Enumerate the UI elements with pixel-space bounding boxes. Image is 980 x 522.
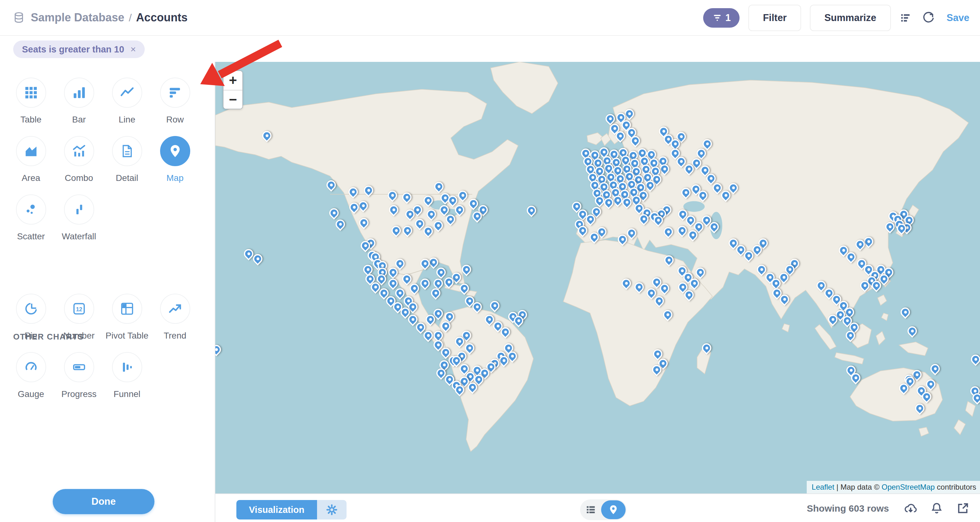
chart-type-label: Table — [21, 115, 41, 125]
table-chart-icon — [16, 78, 46, 108]
main-chart-grid: TableBarLineRowAreaComboDetailMapScatter… — [7, 78, 208, 253]
footer-bar: Visualization — [215, 493, 980, 522]
gear-icon — [326, 504, 338, 516]
chart-type-combo[interactable]: Combo — [55, 136, 103, 183]
map-zoom-control: + − — [223, 70, 243, 109]
funnel-chart-icon — [112, 352, 142, 382]
area-chart-icon — [16, 136, 46, 166]
filter-chip[interactable]: Seats is greater than 10 × — [13, 40, 145, 58]
combo-chart-icon — [64, 136, 94, 166]
breadcrumb: Sample Database / Accounts — [13, 11, 188, 24]
pivot-table-icon — [112, 294, 142, 324]
breadcrumb-database[interactable]: Sample Database — [31, 11, 124, 24]
chart-type-trend[interactable]: Trend — [151, 294, 199, 341]
done-button[interactable]: Done — [53, 489, 154, 514]
leaflet-map[interactable]: + − Leaflet | Map data © OpenStreetMap c… — [215, 62, 980, 493]
breadcrumb-separator: / — [129, 12, 132, 24]
chart-type-label: Number — [64, 331, 95, 341]
chart-type-label: Row — [166, 115, 184, 125]
line-chart-icon — [112, 78, 142, 108]
summarize-button[interactable]: Summarize — [810, 5, 891, 31]
progress-chart-icon — [64, 352, 94, 382]
attribution-suffix: contributors — [935, 483, 976, 492]
waterfall-chart-icon — [64, 195, 94, 225]
chart-type-label: Trend — [164, 331, 186, 341]
number-chart-icon: 12 — [64, 294, 94, 324]
chart-type-line[interactable]: Line — [103, 78, 151, 125]
header-bar: Sample Database / Accounts 1 Filter Summ… — [0, 0, 980, 36]
table-view-button[interactable] — [580, 504, 601, 516]
visualization-button[interactable]: Visualization — [236, 500, 317, 519]
pie-chart-icon — [16, 294, 46, 324]
world-map-landmasses — [215, 62, 980, 493]
openstreetmap-link[interactable]: OpenStreetMap — [882, 483, 935, 492]
chart-type-funnel[interactable]: Funnel — [103, 352, 151, 399]
filter-funnel-icon — [712, 13, 722, 23]
save-button[interactable]: Save — [947, 12, 969, 24]
chart-type-label: Area — [22, 173, 40, 183]
header-actions: 1 Filter Summarize Save — [703, 0, 969, 36]
chart-type-label: Detail — [116, 173, 138, 183]
chart-type-scatter[interactable]: Scatter — [7, 195, 55, 241]
refresh-icon[interactable] — [922, 11, 936, 25]
map-pin-toggle-icon — [608, 504, 619, 515]
close-icon[interactable]: × — [130, 45, 136, 54]
external-link-icon[interactable] — [956, 501, 970, 516]
leaflet-link[interactable]: Leaflet — [812, 483, 834, 492]
filter-button[interactable]: Filter — [748, 5, 801, 31]
chart-type-label: Gauge — [18, 389, 44, 399]
chart-type-label: Progress — [61, 389, 96, 399]
svg-text:12: 12 — [76, 306, 82, 313]
chart-type-number[interactable]: 12Number — [55, 294, 103, 341]
chart-type-progress[interactable]: Progress — [55, 352, 103, 399]
footer-right: Showing 603 rows — [807, 494, 970, 522]
breadcrumb-table[interactable]: Accounts — [136, 11, 188, 24]
chart-type-pivot-table[interactable]: Pivot Table — [103, 294, 151, 341]
detail-chart-icon — [112, 136, 142, 166]
filter-count-badge[interactable]: 1 — [703, 8, 740, 28]
row-count: Showing 603 rows — [807, 503, 889, 514]
visualization-settings-button[interactable] — [317, 500, 347, 519]
scatter-chart-icon — [16, 195, 46, 225]
chart-type-map[interactable]: Map — [151, 136, 199, 183]
table-map-toggle — [580, 500, 627, 520]
chart-type-label: Line — [119, 115, 135, 125]
chart-type-bar[interactable]: Bar — [55, 78, 103, 125]
attribution-text: | Map data © — [834, 483, 882, 492]
chart-type-label: Map — [166, 173, 183, 183]
chart-type-area[interactable]: Area — [7, 136, 55, 183]
table-toggle-icon — [585, 504, 597, 516]
chart-type-label: Funnel — [114, 389, 141, 399]
bar-chart-icon — [64, 78, 94, 108]
chart-type-label: Pivot Table — [105, 331, 148, 341]
cloud-download-icon[interactable] — [904, 501, 918, 516]
chart-type-label: Waterfall — [62, 231, 96, 241]
other-chart-grid: Pie12NumberPivot TableTrendGaugeProgress… — [7, 294, 208, 410]
zoom-in-button[interactable]: + — [223, 71, 242, 90]
chart-type-row[interactable]: Row — [151, 78, 199, 125]
chart-type-table[interactable]: Table — [7, 78, 55, 125]
chart-type-detail[interactable]: Detail — [103, 136, 151, 183]
filter-count: 1 — [725, 12, 731, 24]
chart-type-sidebar: TableBarLineRowAreaComboDetailMapScatter… — [0, 62, 215, 522]
bell-icon[interactable] — [930, 501, 944, 516]
filter-chip-label: Seats is greater than 10 — [22, 44, 124, 55]
visualization-group: Visualization — [236, 500, 347, 519]
chart-type-gauge[interactable]: Gauge — [7, 352, 55, 399]
gauge-chart-icon — [16, 352, 46, 382]
filter-chip-row: Seats is greater than 10 × — [0, 37, 980, 62]
chart-type-label: Combo — [65, 173, 93, 183]
chart-type-pie[interactable]: Pie — [7, 294, 55, 341]
zoom-out-button[interactable]: − — [223, 90, 242, 109]
trend-chart-icon — [160, 294, 190, 324]
map-chart-icon — [160, 136, 190, 166]
metabase-query-builder: Sample Database / Accounts 1 Filter Summ… — [0, 0, 980, 522]
map-attribution: Leaflet | Map data © OpenStreetMap contr… — [807, 481, 980, 493]
chart-type-label: Bar — [72, 115, 86, 125]
row-chart-icon — [160, 78, 190, 108]
chart-type-label: Pie — [24, 331, 37, 341]
database-icon — [13, 11, 26, 24]
map-view-button[interactable] — [601, 500, 625, 519]
chart-type-waterfall[interactable]: Waterfall — [55, 195, 103, 241]
editor-list-icon[interactable] — [900, 11, 913, 25]
